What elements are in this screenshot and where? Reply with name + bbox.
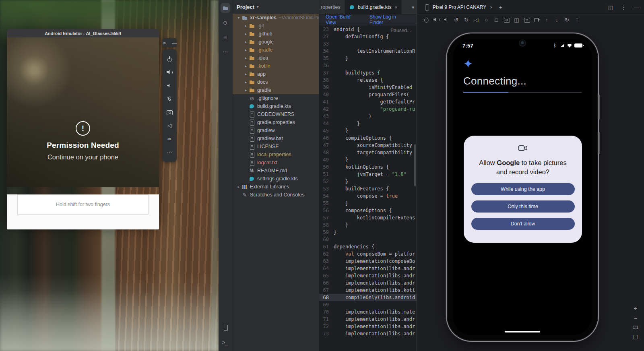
code-line-66[interactable]: 66 implementation(libs.andr [319,279,417,287]
close-icon[interactable]: × [395,5,397,10]
phone-screen[interactable]: 7:57 ᛒ Connecting... Allow Goo [453,39,592,335]
screenshot-button[interactable] [503,17,510,23]
chevron-right-icon[interactable]: ▸ [243,48,249,52]
code-line-58[interactable]: 58 } [319,221,417,229]
chevron-down-icon[interactable]: ▾ [257,5,259,9]
code-line-55[interactable]: 55 } [319,200,417,207]
chevron-down-icon[interactable]: ▾ [236,16,242,20]
upload-button[interactable]: ↑ [543,17,550,23]
more-vertical-button[interactable]: ⋮ [620,4,627,11]
chevron-right-icon[interactable]: ▸ [236,185,242,189]
tree-item-build-gradle-kts[interactable]: build.gradle.kts [233,102,319,110]
power-button[interactable] [423,17,429,23]
chevron-right-icon[interactable]: ▸ [243,72,249,76]
dialog-button-only-this-time[interactable]: Only this time [471,200,575,213]
code-line-57[interactable]: 57 kotlinCompilerExtens [319,214,417,221]
download-button[interactable]: ↓ [553,17,560,23]
tree-item-xr-samples[interactable]: ▾xr-samples~/AndroidStudioProj [233,14,319,22]
open-in-window-button[interactable]: ◱ [607,4,614,11]
dialog-button-don-t-allow[interactable]: Don't allow [471,218,575,230]
code-line-72[interactable]: 72 implementation(libs.andr [319,323,417,330]
tree-item-external-libraries[interactable]: ▸External Libraries [233,183,319,191]
zoom-out-button[interactable]: − [632,315,639,322]
code-line-35[interactable]: 35 } [319,55,417,62]
code-line-63[interactable]: 63 implementation(composeBo [319,258,417,265]
record-button[interactable] [533,17,540,23]
code-line-42[interactable]: 42 "proguard-ru [319,105,417,113]
rotate-right-button[interactable]: ↻ [463,17,470,23]
minimize-button[interactable]: — [171,39,178,46]
code-line-67[interactable]: 67 implementation(libs.kotl [319,287,417,294]
tree-item-logcat-txt[interactable]: logcat.txt [233,159,319,167]
mic-off-button[interactable] [162,92,177,105]
tree-item-idea[interactable]: ▸.idea [233,54,319,62]
power-button[interactable] [162,52,177,66]
code-line-53[interactable]: 53 buildFeatures { [319,185,417,192]
code-line-39[interactable]: 39 isMinifyEnabled [319,84,417,91]
banner-link-open-build-view[interactable]: Open 'Build' View [326,14,362,25]
zoom-in-button[interactable]: + [632,305,639,312]
hide-button[interactable]: — [633,4,640,11]
code-line-43[interactable]: 43 ) [319,113,417,120]
code-line-33[interactable]: 33 [319,40,417,47]
tree-item-app[interactable]: ▸app [233,70,319,78]
code-line-41[interactable]: 41 getDefaultPr [319,98,417,105]
code-line-62[interactable]: 62 val composeBom = platfor [319,250,417,258]
device-manager-button[interactable] [221,323,230,332]
code-line-54[interactable]: 54 compose = true [319,192,417,200]
tree-item-github[interactable]: ▸.github [233,30,319,38]
terminal-button[interactable]: >_ [221,337,230,347]
more-tools-button[interactable]: ⋯ [221,47,230,56]
code-line-36[interactable]: 36 [319,62,417,69]
project-folder-button[interactable] [221,3,230,13]
volume-down-button[interactable] [162,79,177,92]
device-tab[interactable]: Pixel 9 Pro API CANARY × [420,0,496,14]
code-line-68[interactable]: 68 compileOnly(libs.android [319,294,417,301]
banner-link-show-log-in-finder[interactable]: Show Log in Finder [369,14,410,25]
tree-item-scratches-and-consoles[interactable]: ✎Scratches and Consoles [233,191,319,199]
structure-button[interactable]: ≣ [221,32,230,42]
zoom-ratio-label[interactable]: 1:1 [633,325,638,330]
chevron-right-icon[interactable]: ▸ [243,80,249,84]
editor-scrollbar[interactable] [414,144,416,186]
code-line-46[interactable]: 46 compileOptions { [319,134,417,142]
more-button[interactable]: ⋯ [162,145,177,159]
project-panel-title[interactable]: Project [237,4,254,10]
code-line-52[interactable]: 52 } [319,178,417,185]
code-line-48[interactable]: 48 targetCompatibility [319,149,417,156]
code-line-40[interactable]: 40 proguardFiles( [319,91,417,98]
back-button[interactable]: ◁ [162,119,177,132]
code-line-65[interactable]: 65 implementation(libs.andr [319,272,417,279]
tree-item-readme-md[interactable]: M↓README.md [233,167,319,175]
code-line-47[interactable]: 47 sourceCompatibility [319,142,417,149]
tree-item-gradlew[interactable]: gradlew [233,126,319,134]
volume-up-button[interactable] [433,17,440,23]
code-line-45[interactable]: 45 } [319,127,417,134]
chevron-right-icon[interactable]: ▸ [243,64,249,68]
overview-button[interactable]: □ [493,17,500,23]
tree-item-codeowners[interactable]: CODEOWNERS [233,110,319,118]
code-line-50[interactable]: 50 kotlinOptions { [319,163,417,171]
chevron-right-icon[interactable]: ▸ [243,32,249,36]
code-line-71[interactable]: 71 implementation(libs.andr [319,316,417,323]
code-line-34[interactable]: 34 testInstrumentationR [319,47,417,55]
code-line-27[interactable]: 27 defaultConfig { [319,33,417,40]
code-line-73[interactable]: 73 implementation(libs.andr [319,330,417,337]
rotate-left-button[interactable]: ↺ [453,17,460,23]
glasses-button[interactable]: ∞ [162,132,177,145]
emulator-screen[interactable]: Permission Needed Continue on your phone [7,37,159,187]
code-line-60[interactable]: 60 [319,236,417,243]
tree-item-gradle[interactable]: ▸.gradle [233,46,319,54]
volume-up-button[interactable] [162,66,177,79]
code-line-51[interactable]: 51 jvmTarget = "1.8" [319,171,417,178]
code-line-61[interactable]: 61dependencies { [319,243,417,250]
code-line-64[interactable]: 64 implementation(libs.andr [319,265,417,272]
code-line-37[interactable]: 37 buildTypes { [319,69,417,76]
tree-item-gradle-properties[interactable]: gradle.properties [233,118,319,126]
camera-button[interactable] [162,105,177,119]
code-line-56[interactable]: 56 composeOptions { [319,207,417,214]
tree-item-docs[interactable]: ▸docs [233,78,319,86]
tree-item-gradle[interactable]: ▸gradle [233,86,319,94]
code-line-49[interactable]: 49 } [319,156,417,163]
tree-item-license[interactable]: LICENSE [233,142,319,151]
